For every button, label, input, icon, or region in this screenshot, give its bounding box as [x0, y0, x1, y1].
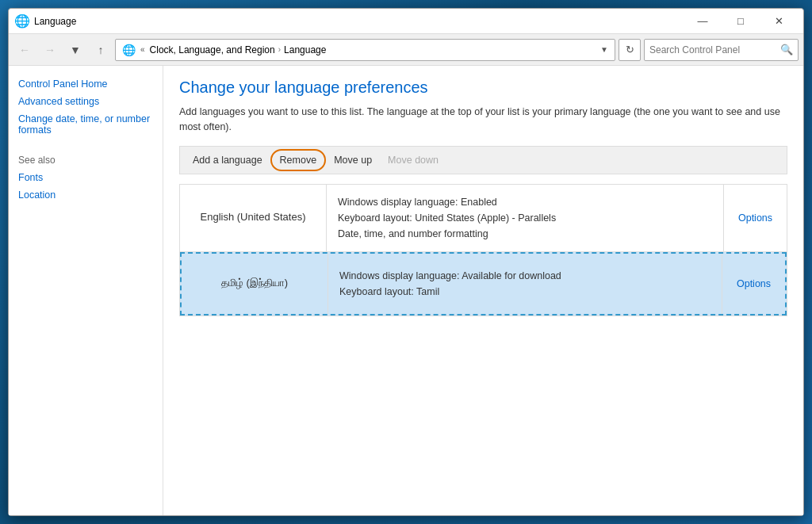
- window-title: Language: [34, 16, 684, 27]
- language-details-english: Windows display language: Enabled Keyboa…: [327, 185, 723, 251]
- refresh-button[interactable]: ↻: [619, 39, 641, 61]
- main-content: Control Panel Home Advanced settings Cha…: [9, 66, 803, 515]
- title-bar: 🌐 Language — □ ✕: [9, 9, 803, 34]
- breadcrumb-prefix: «: [140, 45, 145, 54]
- address-bar: ← → ▼ ↑ 🌐 « Clock, Language, and Region …: [9, 34, 803, 66]
- address-field[interactable]: 🌐 « Clock, Language, and Region › Langua…: [115, 39, 615, 61]
- sidebar-item-change-date-time[interactable]: Change date, time, or number formats: [18, 113, 153, 136]
- main-window: 🌐 Language — □ ✕ ← → ▼ ↑ 🌐 « Clock, Lang…: [8, 8, 804, 516]
- window-icon: 🌐: [15, 14, 29, 29]
- breadcrumb-separator: ›: [278, 45, 281, 54]
- breadcrumb-parent: Clock, Language, and Region: [150, 44, 275, 55]
- remove-button[interactable]: Remove: [270, 149, 327, 171]
- table-row: தமிழ் (இந்தியா) Windows display language…: [180, 252, 787, 316]
- language-toolbar: Add a language Remove Move up Move down: [179, 146, 787, 174]
- close-button[interactable]: ✕: [760, 10, 797, 33]
- table-row: English (United States) Windows display …: [180, 185, 787, 252]
- language-list: English (United States) Windows display …: [179, 184, 787, 316]
- sidebar: Control Panel Home Advanced settings Cha…: [9, 66, 163, 515]
- sidebar-item-location[interactable]: Location: [18, 189, 153, 201]
- language-details-text-english: Windows display language: Enabled Keyboa…: [338, 194, 556, 242]
- breadcrumb-icon: 🌐: [122, 44, 136, 56]
- language-name-tamil: தமிழ் (இந்தியா): [182, 254, 328, 314]
- forward-button[interactable]: →: [39, 39, 61, 61]
- address-dropdown-button[interactable]: ▼: [600, 45, 608, 54]
- minimize-button[interactable]: —: [684, 10, 721, 33]
- language-details-text-tamil: Windows display language: Available for …: [339, 268, 561, 300]
- up-button[interactable]: ↑: [90, 39, 112, 61]
- move-down-button[interactable]: Move down: [380, 149, 446, 171]
- move-up-button[interactable]: Move up: [326, 149, 380, 171]
- language-details-tamil: Windows display language: Available for …: [328, 254, 722, 314]
- search-icon[interactable]: 🔍: [780, 44, 793, 55]
- sidebar-item-fonts[interactable]: Fonts: [18, 172, 153, 183]
- language-name-english: English (United States): [180, 185, 327, 251]
- window-controls: — □ ✕: [684, 10, 797, 33]
- options-link-tamil[interactable]: Options: [737, 278, 771, 289]
- see-also-label: See also: [18, 155, 153, 166]
- sidebar-item-control-panel-home[interactable]: Control Panel Home: [18, 78, 153, 90]
- breadcrumb-current: Language: [284, 44, 326, 55]
- options-link-english[interactable]: Options: [738, 212, 772, 224]
- language-options-english: Options: [723, 185, 787, 251]
- back-button[interactable]: ←: [13, 39, 36, 61]
- search-input[interactable]: [649, 44, 780, 55]
- language-options-tamil: Options: [722, 254, 785, 314]
- page-title: Change your language preferences: [179, 78, 787, 97]
- page-description: Add languages you want to use to this li…: [179, 105, 787, 135]
- search-field[interactable]: 🔍: [644, 39, 799, 61]
- content-area: Change your language preferences Add lan…: [163, 66, 803, 515]
- add-language-button[interactable]: Add a language: [185, 149, 270, 171]
- recent-locations-button[interactable]: ▼: [64, 39, 86, 61]
- sidebar-item-advanced-settings[interactable]: Advanced settings: [18, 96, 153, 107]
- maximize-button[interactable]: □: [722, 10, 759, 33]
